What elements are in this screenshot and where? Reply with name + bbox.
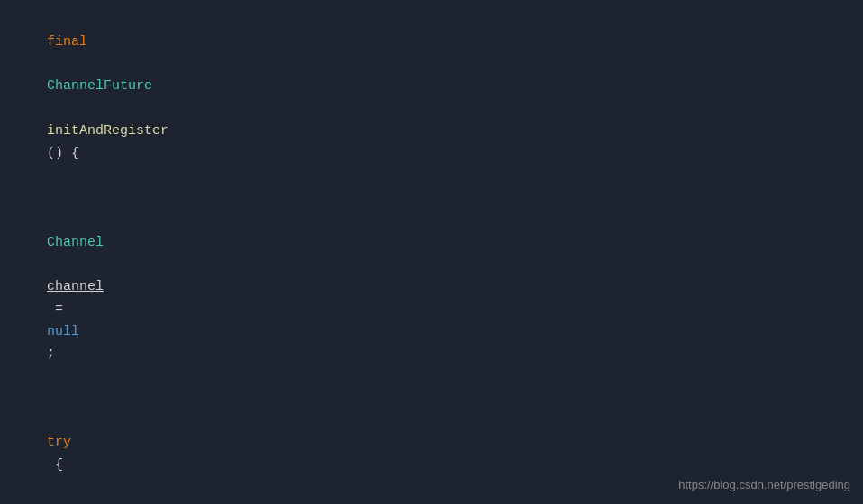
watermark: https://blog.csdn.net/prestigeding: [678, 476, 850, 495]
code-line-2: Channel channel = null ;: [14, 187, 849, 388]
keyword-null-1: null: [47, 324, 79, 339]
type-channel: Channel: [47, 235, 104, 250]
keyword-try: try: [47, 435, 71, 450]
method-initandregister: initAndRegister: [47, 123, 168, 139]
code-line-4: channel = channelFactory (). newChannel …: [14, 500, 849, 505]
code-line-1: final ChannelFuture initAndRegister () {: [14, 9, 849, 187]
keyword-final: final: [47, 34, 87, 50]
type-channelfuture: ChannelFuture: [47, 78, 152, 94]
code-block: final ChannelFuture initAndRegister () {…: [0, 0, 863, 504]
var-channel-1: channel: [47, 279, 104, 294]
